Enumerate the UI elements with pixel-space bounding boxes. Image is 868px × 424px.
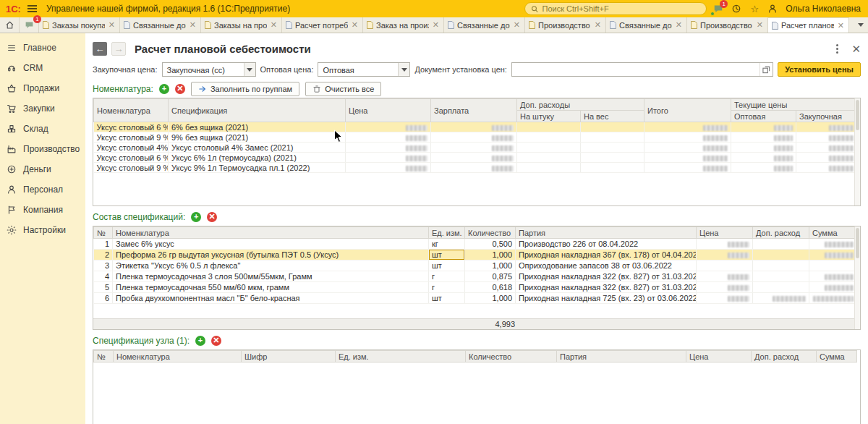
cell-nomenclature[interactable]: Пробка двухкомпонентная масл "Б" бело-кр… [113, 293, 429, 304]
document-tab[interactable]: Заказы покупат...✕ [39, 17, 120, 33]
cell-extra[interactable] [753, 239, 809, 250]
cell-price[interactable] [697, 282, 753, 293]
table-row[interactable]: Уксус столовый 9 % "Невинские Уксусы" ..… [94, 132, 857, 143]
cell-extra[interactable] [753, 250, 809, 260]
document-tab[interactable]: Связанные док...✕ [444, 17, 525, 33]
cell-nomenclature[interactable]: Уксус столовый 9 % "Невинские Уксусы" [94, 163, 169, 173]
cell-salary[interactable] [431, 122, 517, 132]
cell-batch[interactable]: Производство 226 от 08.04.2022 [516, 239, 697, 250]
cell-nomenclature[interactable]: Уксус столовый 6 % "Невинские Уксусы" [94, 153, 169, 163]
sidebar-item-dengi[interactable]: Деньги [0, 159, 85, 179]
price-doc-field[interactable] [511, 62, 773, 77]
table-row[interactable]: 2 Преформа 26 гр выдутая уксусная (бутыл… [94, 250, 857, 260]
cell-unit[interactable]: г [429, 282, 465, 293]
close-tab-icon[interactable]: ✕ [675, 21, 683, 29]
all-tabs-dropdown[interactable] [854, 17, 868, 33]
close-tab-icon[interactable]: ✕ [270, 21, 278, 29]
table-row[interactable]: 5 Пленка термоусадочная 550 мм/60 мкм, г… [94, 282, 857, 293]
sidebar-item-crm[interactable]: CRM [0, 58, 85, 78]
cell-nomenclature[interactable]: Этикетка "Уксус 6% 0.5 л флекса" [113, 260, 429, 271]
cell-price[interactable] [697, 260, 753, 271]
sidebar-item-prodazhi[interactable]: Продажи [0, 78, 85, 98]
history-icon[interactable] [730, 2, 743, 15]
cell-per-item[interactable] [517, 122, 581, 132]
cell-sum[interactable] [809, 282, 857, 293]
cell-nomenclature[interactable]: Уксус столовый 4% с ябл. аром. "Невинск.… [94, 143, 169, 153]
column-header[interactable]: Партия [557, 351, 686, 362]
cell-qty[interactable]: 0,500 [465, 239, 516, 250]
cell-nomenclature[interactable]: Замес 6% уксус [113, 239, 429, 250]
cell-sum[interactable] [809, 271, 857, 282]
cell-qty[interactable]: 0,618 [465, 282, 516, 293]
close-tab-icon[interactable]: ✕ [594, 21, 602, 29]
sidebar-item-nastroyki[interactable]: Настройки [0, 220, 85, 240]
cell-extra[interactable] [753, 293, 809, 304]
column-header[interactable]: Цена [697, 227, 753, 239]
sidebar-item-kompaniya[interactable]: Компания [0, 200, 85, 220]
cell-batch[interactable]: Приходная накладная 367 (вх. 178) от 04.… [516, 250, 697, 260]
column-header[interactable]: Партия [516, 227, 697, 239]
set-prices-button[interactable]: Установить цены [778, 62, 861, 77]
add-row-button[interactable]: + [195, 336, 205, 346]
add-row-button[interactable]: + [191, 212, 201, 222]
cell-nomenclature[interactable]: Преформа 26 гр выдутая уксусная (бутылка… [113, 250, 429, 260]
table-row[interactable]: Уксус столовый 6 % "Невинские Уксусы" Ук… [94, 153, 857, 163]
cell-spec[interactable]: 9% без ящика (2021) [169, 132, 346, 143]
clear-all-button[interactable]: Очистить все [305, 82, 381, 96]
column-header[interactable]: Количество [466, 351, 557, 362]
cell-sum[interactable] [809, 239, 857, 250]
close-tab-icon[interactable]: ✕ [756, 21, 764, 29]
cell-sum[interactable] [809, 293, 857, 304]
delete-row-button[interactable]: ✕ [211, 336, 221, 346]
sidebar-item-proizvodstvo[interactable]: Производство [0, 139, 85, 159]
document-tab[interactable]: Производство✕ [687, 17, 768, 33]
column-header[interactable]: На вес [581, 111, 644, 122]
price-doc-input[interactable] [512, 63, 760, 76]
notifications-tab[interactable]: 1 [20, 17, 39, 33]
user-icon[interactable] [766, 2, 779, 15]
table-row[interactable]: Уксус столовый 4% с ябл. аром. "Невинск.… [94, 143, 857, 153]
wholesale-price-select[interactable]: Оптовая [318, 62, 410, 77]
column-header[interactable]: Доп. расход [753, 227, 809, 239]
column-header[interactable]: Шифр [242, 351, 336, 362]
table-row[interactable]: 6 Пробка двухкомпонентная масл "Б" бело-… [94, 293, 857, 304]
cell-spec[interactable]: 6% без ящика (2021) [169, 122, 346, 132]
scrollbar-thumb[interactable] [856, 228, 859, 258]
column-header[interactable]: Сумма [817, 351, 857, 362]
cell-nomenclature[interactable]: Уксус столовый 6 % "Невинские Уксусы" ..… [94, 122, 169, 132]
cell-qty[interactable]: 0,875 [465, 271, 516, 282]
add-row-button[interactable]: + [159, 84, 169, 94]
cell-price[interactable] [697, 239, 753, 250]
cell-batch[interactable]: Оприходование запасов 38 от 03.06.2022 [516, 260, 697, 271]
vertical-scrollbar[interactable] [854, 226, 860, 329]
cell-purchase[interactable] [796, 122, 857, 132]
column-header[interactable]: Текущие цены [731, 99, 857, 111]
table-row[interactable]: Уксус столовый 9 % "Невинские Уксусы" Ук… [94, 163, 857, 173]
vertical-scrollbar[interactable] [854, 98, 860, 205]
delete-row-button[interactable]: ✕ [207, 212, 217, 222]
scrollbar-thumb[interactable] [856, 100, 859, 130]
close-tab-icon[interactable]: ✕ [432, 21, 440, 29]
cell-sum[interactable] [809, 250, 857, 260]
cell-price[interactable] [697, 250, 753, 260]
cell-price[interactable] [697, 293, 753, 304]
cell-price[interactable] [346, 122, 431, 132]
close-tab-icon[interactable]: ✕ [351, 21, 359, 29]
column-header[interactable]: Итого [644, 99, 731, 122]
cell-batch[interactable]: Приходная накладная 322 (вх. 827) от 31.… [516, 271, 697, 282]
cell-unit[interactable]: кг [429, 239, 465, 250]
column-header[interactable]: Номенклатура [94, 99, 169, 122]
column-header[interactable]: Спецификация [169, 99, 346, 122]
close-tab-icon[interactable]: ✕ [108, 21, 116, 29]
doc-select-button[interactable] [760, 63, 773, 76]
cell-batch[interactable]: Приходная накладная 725 (вх. 23) от 03.0… [516, 293, 697, 304]
column-header[interactable]: Закупочная [796, 111, 857, 122]
cell-unit[interactable]: шт [429, 260, 465, 271]
column-header[interactable]: Сумма [809, 227, 857, 239]
table-row[interactable]: 4 Пленка термоусадочная 3 слоя 500мм/55м… [94, 271, 857, 282]
table-row[interactable]: 3 Этикетка "Уксус 6% 0.5 л флекса" шт 1,… [94, 260, 857, 271]
column-header[interactable]: Доп. расходы [517, 99, 644, 111]
cell-spec[interactable]: Уксус 9% 1л Термоусадка пл.1 (2022) [169, 163, 346, 173]
discussions-icon[interactable]: 1 [712, 2, 725, 15]
column-header[interactable]: На штуку [517, 111, 581, 122]
